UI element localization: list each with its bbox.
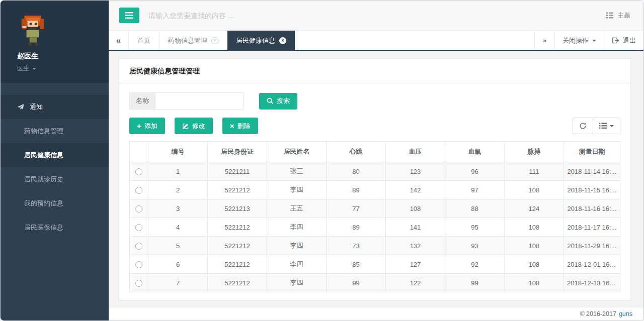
guns-link[interactable]: guns <box>619 310 632 317</box>
user-role-dropdown[interactable]: 医生 <box>17 64 104 73</box>
column-header: 居民身份证 <box>208 142 267 162</box>
table-cell: 2018-11-29 16:... <box>564 237 620 255</box>
table-cell: 5221212 <box>208 274 267 292</box>
table-toolbar: + 添加 修改 × 删除 <box>129 118 620 134</box>
row-radio-button[interactable] <box>135 205 142 212</box>
table-cell: 4 <box>148 218 208 237</box>
sidebar-item-insurance-info[interactable]: 居民医保信息 <box>1 216 109 240</box>
tabs-scroll-right-button[interactable]: » <box>534 31 554 50</box>
sidebar-menu: 通知药物信息管理居民健康信息居民就诊历史我的预约信息居民医保信息 <box>1 95 109 240</box>
table-body: 15221211张三80123961112018-11-14 16:...252… <box>130 162 620 292</box>
table-row[interactable]: 45221212李四89141951082018-11-17 16:... <box>130 218 620 237</box>
table-cell: 5 <box>148 237 208 255</box>
table-cell: 5221212 <box>208 255 267 274</box>
table-cell: 89 <box>327 218 386 237</box>
delete-button[interactable]: × 删除 <box>222 118 258 134</box>
edit-button[interactable]: 修改 <box>175 118 213 134</box>
sidebar-item-visit-history[interactable]: 居民就诊历史 <box>1 167 109 191</box>
panel-title: 居民健康信息管理管理 <box>119 59 630 83</box>
logout-label: 退出 <box>623 36 636 45</box>
table-cell: 2018-11-17 16:... <box>564 218 620 237</box>
row-selector-cell <box>130 199 148 218</box>
table-cell: 5221211 <box>208 162 267 181</box>
row-selector-cell <box>130 218 148 237</box>
row-radio-button[interactable] <box>135 261 142 268</box>
paper-plane-icon <box>17 103 24 111</box>
table-cell: 89 <box>327 181 386 199</box>
table-row[interactable]: 25221212李四89142971082018-11-15 16:... <box>130 181 620 199</box>
search-button[interactable]: 搜索 <box>259 93 297 110</box>
selector-column-header <box>130 142 148 162</box>
table-cell: 88 <box>445 199 505 218</box>
row-radio-button[interactable] <box>135 243 142 250</box>
table-row[interactable]: 35221213王五77108881242018-11-16 16:... <box>130 199 620 218</box>
table-cell: 108 <box>505 274 564 292</box>
row-radio-button[interactable] <box>135 168 142 175</box>
edit-button-label: 修改 <box>192 122 205 131</box>
sidebar-item-notice[interactable]: 通知 <box>1 95 109 119</box>
app-window: 赵医生 医生 通知药物信息管理居民健康信息居民就诊历史我的预约信息居民医保信息 <box>0 0 644 321</box>
add-button-label: 添加 <box>144 122 157 131</box>
sidebar-item-my-appointments[interactable]: 我的预约信息 <box>1 191 109 216</box>
add-button[interactable]: + 添加 <box>129 118 165 134</box>
close-operations-dropdown[interactable]: 关闭操作 <box>554 31 604 50</box>
edit-icon <box>182 123 189 130</box>
table-cell: 142 <box>386 181 445 199</box>
table-cell: 127 <box>386 255 445 274</box>
tab-home[interactable]: 首页 <box>129 31 159 50</box>
table-cell: 124 <box>505 199 564 218</box>
refresh-button[interactable] <box>573 118 593 134</box>
table-header: 编号居民身份证居民姓名心跳血压血氧脉搏测量日期 <box>130 142 620 162</box>
table-cell: 李四 <box>267 255 327 274</box>
table-cell: 123 <box>386 162 445 181</box>
global-search-input[interactable] <box>147 11 606 20</box>
sidebar-item-label: 我的预约信息 <box>24 199 63 207</box>
user-role-label: 医生 <box>17 64 29 73</box>
table-cell: 99 <box>445 274 505 292</box>
tab-drug-info[interactable]: 药物信息管理× <box>159 31 227 50</box>
delete-button-label: 删除 <box>237 122 251 131</box>
logout-button[interactable]: 退出 <box>604 31 643 50</box>
columns-toggle-button[interactable] <box>593 118 620 134</box>
row-radio-button[interactable] <box>135 280 142 287</box>
table-cell: 95 <box>445 218 505 237</box>
table-cell: 85 <box>327 255 386 274</box>
plus-icon: + <box>137 122 141 130</box>
sidebar-item-drug-info[interactable]: 药物信息管理 <box>1 119 109 143</box>
table-row[interactable]: 65221212李四85127921082018-12-01 16:... <box>130 255 620 274</box>
close-tab-icon[interactable]: × <box>211 37 218 44</box>
theme-button[interactable]: 主题 <box>606 11 630 20</box>
close-tab-icon[interactable]: × <box>279 37 286 44</box>
name-search-input[interactable] <box>155 92 244 110</box>
user-profile: 赵医生 医生 <box>1 1 109 83</box>
table-row[interactable]: 75221212李四99122991082018-12-13 16:... <box>130 274 620 292</box>
row-selector-cell <box>130 181 148 199</box>
table-cell: 96 <box>445 162 505 181</box>
row-radio-button[interactable] <box>135 224 142 231</box>
footer: © 2016-2017 guns <box>109 307 643 320</box>
table-cell: 5221212 <box>208 237 267 255</box>
table-cell: 108 <box>505 181 564 199</box>
table-cell: 108 <box>505 237 564 255</box>
user-avatar <box>17 14 49 48</box>
tab-resident-health[interactable]: 居民健康信息× <box>227 31 295 50</box>
row-radio-button[interactable] <box>135 187 142 194</box>
column-header: 居民姓名 <box>267 142 327 162</box>
sidebar-item-resident-health[interactable]: 居民健康信息 <box>1 143 109 167</box>
tab-bar: « 首页药物信息管理×居民健康信息× » 关闭操作 退出 <box>109 31 643 51</box>
sidebar-item-label: 居民健康信息 <box>24 151 63 159</box>
topbar: 主题 <box>109 1 643 31</box>
table-row[interactable]: 55221212李四73132931082018-11-29 16:... <box>130 237 620 255</box>
table-cell: 122 <box>386 274 445 292</box>
sidebar-toggle-button[interactable] <box>119 8 139 23</box>
table-cell: 2018-11-14 16:... <box>564 162 620 181</box>
table-cell: 李四 <box>267 274 327 292</box>
table-cell: 7 <box>148 274 208 292</box>
tabs-scroll-left-button[interactable]: « <box>109 31 129 50</box>
table-cell: 108 <box>505 218 564 237</box>
table-cell: 108 <box>386 199 445 218</box>
table-cell: 2018-12-01 16:... <box>564 255 620 274</box>
table-row[interactable]: 15221211张三80123961112018-11-14 16:... <box>130 162 620 181</box>
tab-label: 药物信息管理 <box>168 36 207 45</box>
resident-health-panel: 居民健康信息管理管理 名称 搜索 <box>119 58 631 300</box>
